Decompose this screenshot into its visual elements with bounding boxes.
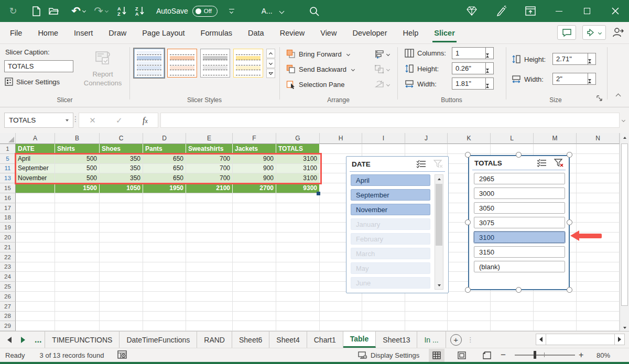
- column-header-F[interactable]: F: [233, 133, 276, 144]
- sheet-tab-sheet6[interactable]: Sheet6: [232, 332, 269, 348]
- cell-C28[interactable]: [100, 312, 143, 322]
- ribbon-tab-insert[interactable]: Insert: [66, 22, 101, 44]
- row-header-29[interactable]: 29: [0, 321, 16, 331]
- cell-B11[interactable]: 500: [55, 164, 100, 174]
- cell-D1[interactable]: Pants: [143, 144, 186, 154]
- row-header-28[interactable]: 28: [0, 312, 16, 322]
- cell-E19[interactable]: [186, 223, 233, 233]
- ribbon-display-options-icon[interactable]: [520, 0, 541, 22]
- cell-G24[interactable]: [276, 272, 320, 282]
- date-slicer-item-february[interactable]: February: [351, 233, 430, 245]
- column-header-M[interactable]: M: [534, 133, 577, 144]
- hscroll-track[interactable]: [546, 334, 614, 345]
- normal-view-button[interactable]: [429, 349, 444, 362]
- zoom-in-button[interactable]: +: [579, 350, 583, 360]
- cell-J27[interactable]: [405, 302, 448, 312]
- columns-stepper[interactable]: 1: [452, 47, 494, 59]
- cell-D28[interactable]: [143, 312, 186, 322]
- column-header-D[interactable]: D: [143, 133, 186, 144]
- cell-B16[interactable]: [55, 193, 100, 203]
- cell-D29[interactable]: [143, 321, 186, 331]
- cell-F17[interactable]: [233, 203, 276, 213]
- cell-K28[interactable]: [448, 312, 491, 322]
- cell-D23[interactable]: [143, 262, 186, 272]
- sort-za-icon[interactable]: ZA: [131, 3, 149, 19]
- report-connections-button[interactable]: Report Connections: [80, 49, 126, 87]
- totals-slicer[interactable]: TOTALS 296530003050307531003150(blank): [468, 155, 570, 290]
- zoom-out-button[interactable]: −: [501, 350, 506, 360]
- date-scroll-thumb[interactable]: [436, 184, 442, 246]
- cell-B21[interactable]: [55, 242, 100, 252]
- totals-slicer-header[interactable]: TOTALS: [469, 156, 569, 170]
- cell-B19[interactable]: [55, 223, 100, 233]
- cell-G19[interactable]: [276, 223, 320, 233]
- sheet-overflow-ellipsis[interactable]: ...: [35, 335, 41, 345]
- cell-N18[interactable]: [577, 213, 620, 223]
- cell-F1[interactable]: Jackets: [233, 144, 276, 154]
- maximize-button[interactable]: [577, 0, 598, 22]
- cell-D15[interactable]: 1950: [143, 183, 186, 193]
- cell-C21[interactable]: [100, 242, 143, 252]
- column-header-B[interactable]: B: [55, 133, 100, 144]
- name-box-dropdown-icon[interactable]: [66, 119, 69, 122]
- cell-A5[interactable]: April: [16, 154, 55, 164]
- cell-E1[interactable]: Sweatshirts: [186, 144, 233, 154]
- bring-forward-button[interactable]: Bring Forward: [286, 49, 350, 59]
- sheet-tab-table[interactable]: Table: [343, 332, 376, 348]
- cell-G18[interactable]: [276, 213, 320, 223]
- cell-G27[interactable]: [276, 302, 320, 312]
- cell-D25[interactable]: [143, 282, 186, 292]
- row-header-17[interactable]: 17: [0, 203, 16, 213]
- cell-D24[interactable]: [143, 272, 186, 282]
- column-header-J[interactable]: J: [405, 133, 448, 144]
- cell-M27[interactable]: [534, 302, 577, 312]
- cell-B5[interactable]: 500: [55, 154, 100, 164]
- cancel-formula-icon[interactable]: ✕: [89, 116, 96, 125]
- cell-B27[interactable]: [55, 302, 100, 312]
- gallery-down-icon[interactable]: [266, 59, 275, 68]
- name-box[interactable]: TOTALS: [4, 113, 73, 128]
- cell-B25[interactable]: [55, 282, 100, 292]
- cell-B29[interactable]: [55, 321, 100, 331]
- cell-G13[interactable]: 3100: [276, 173, 320, 183]
- group-objects-button[interactable]: [374, 64, 389, 74]
- column-header-K[interactable]: K: [448, 133, 491, 144]
- ribbon-tab-formulas[interactable]: Formulas: [193, 22, 240, 44]
- macro-record-icon[interactable]: [117, 350, 127, 360]
- cell-B26[interactable]: [55, 292, 100, 302]
- row-header-18[interactable]: 18: [0, 213, 16, 223]
- cell-D19[interactable]: [143, 223, 186, 233]
- column-header-I[interactable]: I: [362, 133, 405, 144]
- cell-K27[interactable]: [448, 302, 491, 312]
- cell-A22[interactable]: [16, 252, 55, 262]
- cell-H1[interactable]: [320, 144, 362, 154]
- ribbon-tab-slicer[interactable]: Slicer: [426, 22, 463, 44]
- clear-filter-icon[interactable]: [554, 159, 563, 167]
- cell-G5[interactable]: 3100: [276, 154, 320, 164]
- cell-M29[interactable]: [534, 321, 577, 331]
- slicer-caption-input[interactable]: TOTALS: [4, 60, 73, 72]
- cell-G22[interactable]: [276, 252, 320, 262]
- date-scroll-down-icon[interactable]: [438, 284, 441, 286]
- cell-C5[interactable]: 350: [100, 154, 143, 164]
- cell-F19[interactable]: [233, 223, 276, 233]
- cell-E22[interactable]: [186, 252, 233, 262]
- cell-A29[interactable]: [16, 321, 55, 331]
- collapse-ribbon-icon[interactable]: [616, 94, 621, 99]
- date-slicer-item-may[interactable]: May: [351, 262, 430, 274]
- cell-E11[interactable]: 700: [186, 164, 233, 174]
- column-header-N[interactable]: N: [577, 133, 620, 144]
- gallery-more-icon[interactable]: [266, 69, 275, 78]
- vertical-scroll-thumb[interactable]: [621, 144, 628, 306]
- cell-C16[interactable]: [100, 193, 143, 203]
- ribbon-tab-help[interactable]: Help: [395, 22, 427, 44]
- sheet-tab-timefunctions[interactable]: TIMEFUNCTIONS: [45, 332, 120, 348]
- cell-F23[interactable]: [233, 262, 276, 272]
- cell-N13[interactable]: [577, 173, 620, 183]
- sheet-nav-right-icon[interactable]: [21, 337, 25, 343]
- cell-L29[interactable]: [491, 321, 534, 331]
- size-width-stepper[interactable]: 2": [552, 73, 596, 85]
- row-header-20[interactable]: 20: [0, 233, 16, 242]
- draw-alt-pen-icon[interactable]: [491, 0, 512, 22]
- cell-E15[interactable]: 2100: [186, 183, 233, 193]
